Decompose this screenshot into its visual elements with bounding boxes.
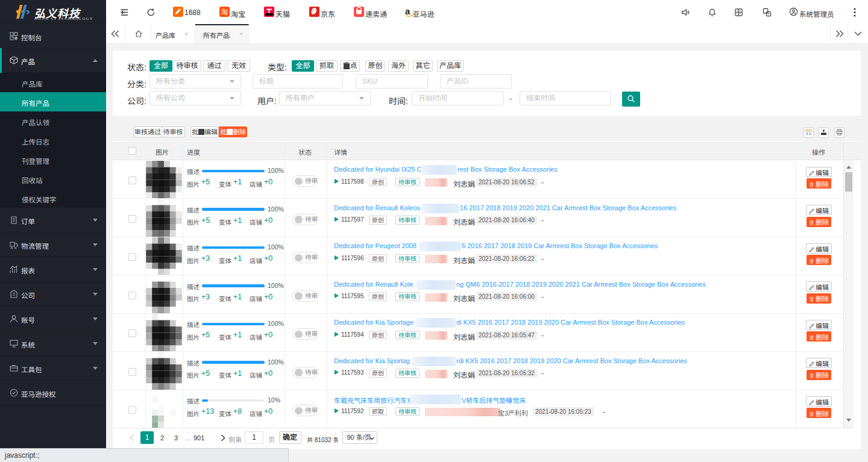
svg-text:淘: 淘	[221, 8, 228, 16]
svg-text:a: a	[405, 7, 410, 16]
